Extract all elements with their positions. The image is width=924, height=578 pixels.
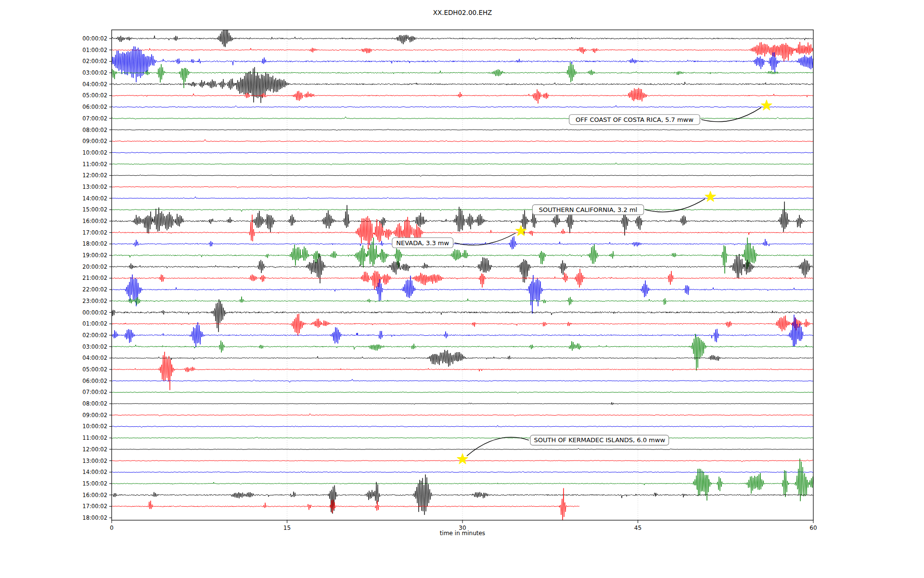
trace-row-36 (112, 448, 813, 450)
y-tick-label: 05:00:02 (82, 366, 107, 373)
y-tick-label: 14:00:02 (82, 195, 107, 202)
y-tick-label: 18:00:02 (82, 240, 107, 247)
event-annotation: OFF COAST OF COSTA RICA, 5.7 mww (569, 100, 772, 125)
x-tick-label: 0 (110, 525, 114, 531)
annotation-text: OFF COAST OF COSTA RICA, 5.7 mww (576, 116, 693, 123)
y-tick-label: 23:00:02 (82, 298, 107, 304)
x-axis-title: time in minutes (440, 530, 485, 537)
y-tick-label: 17:00:02 (82, 503, 107, 510)
y-tick-label: 16:00:02 (82, 218, 107, 224)
trace-row-21 (112, 269, 813, 289)
y-tick-label: 20:00:02 (82, 263, 107, 270)
y-tick-label: 10:00:02 (82, 149, 107, 156)
annotation-connector (467, 437, 529, 456)
trace-row-16 (112, 202, 813, 236)
y-tick-label: 12:00:02 (82, 446, 107, 453)
y-tick-label: 04:00:02 (82, 81, 107, 88)
event-star-icon (761, 100, 772, 110)
trace-row-33 (112, 414, 813, 416)
seismogram-page: XX.EDH02.00.EHZ 00:00:0201:00:0202:00:02… (0, 0, 924, 578)
y-tick-label: 03:00:02 (82, 343, 107, 350)
y-tick-label: 18:00:02 (82, 514, 107, 521)
y-tick-label: 08:00:02 (82, 400, 107, 407)
y-tick-label: 01:00:02 (82, 320, 107, 327)
y-tick-label: 09:00:02 (82, 138, 107, 144)
y-tick-label: 11:00:02 (82, 434, 107, 441)
y-tick-label: 09:00:02 (82, 412, 107, 419)
y-tick-label: 15:00:02 (82, 480, 107, 487)
trace-row-24 (112, 300, 813, 332)
x-tick-label: 15 (283, 525, 291, 531)
y-tick-label: 14:00:02 (82, 469, 107, 475)
y-tick-label: 07:00:02 (82, 115, 107, 122)
annotation-text: SOUTH OF KERMADEC ISLANDS, 6.0 mww (534, 436, 666, 444)
y-tick-label: 01:00:02 (82, 47, 107, 53)
trace-row-12 (112, 175, 813, 176)
y-tick-label: 04:00:02 (82, 355, 107, 361)
trace-row-6 (112, 105, 813, 108)
y-tick-label: 17:00:02 (82, 229, 107, 236)
y-tick-label: 15:00:02 (82, 206, 107, 213)
annotation-text: NEVADA, 3.3 mw (396, 239, 449, 247)
trace-row-10 (112, 152, 813, 153)
y-tick-label: 05:00:02 (82, 92, 107, 99)
event-annotation: NEVADA, 3.3 mw (392, 225, 526, 248)
trace-row-13 (112, 186, 813, 188)
y-tick-label: 08:00:02 (82, 127, 107, 133)
x-tick-label: 45 (634, 525, 642, 531)
annotation-connector (701, 107, 761, 122)
event-annotation: SOUTHERN CALIFORNIA, 3.2 ml (532, 191, 716, 215)
y-tick-label: 00:00:02 (82, 35, 107, 42)
y-tick-label: 13:00:02 (82, 184, 107, 190)
y-tick-label: 03:00:02 (82, 69, 107, 76)
event-star-icon (515, 225, 526, 236)
trace-row-2 (112, 46, 813, 82)
y-tick-label: 07:00:02 (82, 389, 107, 395)
y-tick-label: 11:00:02 (82, 161, 107, 168)
trace-row-32 (112, 402, 813, 405)
y-tick-label: 06:00:02 (82, 378, 107, 384)
trace-row-41 (112, 488, 579, 522)
trace-row-27 (112, 334, 813, 370)
trace-row-31 (112, 391, 813, 393)
x-tick-label: 60 (809, 525, 817, 531)
y-tick-label: 06:00:02 (82, 104, 107, 110)
y-tick-label: 16:00:02 (82, 492, 107, 499)
y-tick-label: 00:00:02 (82, 309, 107, 316)
y-tick-label: 10:00:02 (82, 423, 107, 430)
y-tick-label: 21:00:02 (82, 275, 107, 281)
event-star-icon (705, 191, 716, 202)
annotation-text: SOUTHERN CALIFORNIA, 3.2 ml (539, 206, 637, 213)
trace-row-19 (112, 237, 813, 274)
y-tick-label: 19:00:02 (82, 252, 107, 259)
y-tick-label: 02:00:02 (82, 332, 107, 339)
y-tick-label: 13:00:02 (82, 458, 107, 464)
y-tick-label: 22:00:02 (82, 286, 107, 293)
trace-row-30 (112, 379, 813, 382)
y-tick-label: 12:00:02 (82, 172, 107, 179)
y-tick-label: 02:00:02 (82, 58, 107, 65)
event-star-icon (457, 454, 468, 464)
trace-row-28 (112, 350, 813, 367)
helicorder-plot: 00:00:0201:00:0202:00:0203:00:0204:00:02… (0, 0, 924, 578)
